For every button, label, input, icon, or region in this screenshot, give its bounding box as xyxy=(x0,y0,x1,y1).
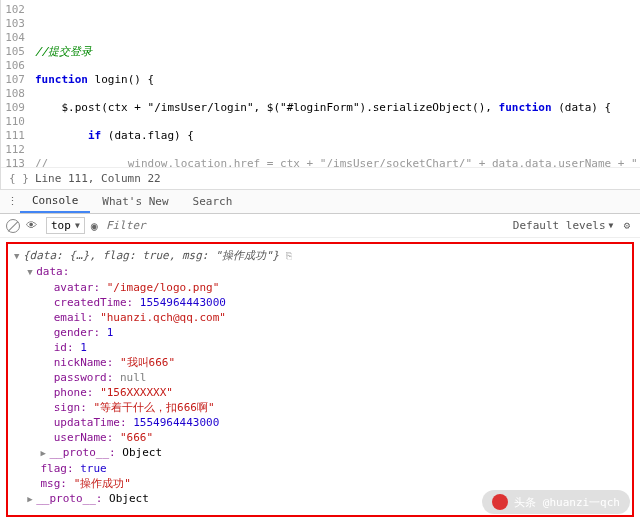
menu-icon[interactable]: ⋮ xyxy=(4,195,20,208)
highlighted-output: ▼{data: {…}, flag: true, msg: "操作成功"} ⎘ … xyxy=(6,242,634,517)
watermark: 头条 @huanzi一qch xyxy=(482,490,630,514)
context-selector[interactable]: top▼ xyxy=(46,217,85,234)
devtools-tabs: ⋮ Console What's New Search xyxy=(0,190,640,214)
status-bar: { } Line 111, Column 22 xyxy=(1,167,640,189)
chevron-right-icon[interactable]: ▶ xyxy=(27,492,36,507)
logo-icon xyxy=(492,494,508,510)
chevron-down-icon: ▼ xyxy=(75,221,80,230)
chevron-right-icon[interactable]: ▶ xyxy=(41,446,50,461)
eye-icon[interactable]: 👁 xyxy=(26,219,40,232)
log-levels-selector[interactable]: Default levels▼ xyxy=(513,219,614,232)
console-output[interactable]: ▼{data: {…}, flag: true, msg: "操作成功"} ⎘ … xyxy=(0,238,640,520)
chevron-down-icon[interactable]: ▼ xyxy=(27,265,36,280)
gear-icon[interactable]: ⚙ xyxy=(619,219,634,232)
filter-input[interactable] xyxy=(104,217,507,234)
clear-console-icon[interactable] xyxy=(6,219,20,233)
chevron-down-icon[interactable]: ▼ xyxy=(14,249,23,264)
tab-whatsnew[interactable]: What's New xyxy=(90,191,180,212)
line-gutter: 1021031041051061071081091101111121131141… xyxy=(1,0,31,167)
code-editor[interactable]: 1021031041051061071081091101111121131141… xyxy=(1,0,640,167)
console-toolbar: 👁 top▼ ◉ Default levels▼ ⚙ xyxy=(0,214,640,238)
pin-icon[interactable]: ◉ xyxy=(91,219,98,233)
cursor-position: Line 111, Column 22 xyxy=(35,172,161,185)
code-content: //提交登录 function login() { $.post(ctx + "… xyxy=(31,0,640,167)
tab-console[interactable]: Console xyxy=(20,190,90,213)
braces-icon[interactable]: { } xyxy=(9,172,29,185)
tab-search[interactable]: Search xyxy=(181,191,245,212)
chevron-down-icon: ▼ xyxy=(609,221,614,230)
copy-icon[interactable]: ⎘ xyxy=(286,250,292,261)
